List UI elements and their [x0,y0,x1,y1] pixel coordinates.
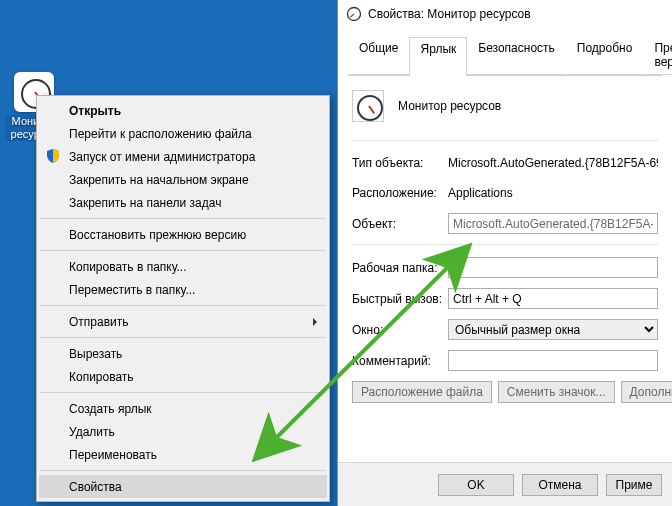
advanced-button[interactable]: Дополнительно [621,381,672,403]
menu-pin-start[interactable]: Закрепить на начальном экране [39,168,327,191]
ok-button[interactable]: OK [438,474,514,496]
label-window: Окно: [352,323,448,337]
comment-field[interactable] [448,350,658,371]
menu-run-as-admin[interactable]: Запуск от имени администратора [39,145,327,168]
menu-open-location[interactable]: Перейти к расположению файла [39,122,327,145]
menu-separator [40,250,326,251]
value-object-type: Microsoft.AutoGenerated.{78B12F5A-699E-B… [448,156,658,170]
tab-shortcut[interactable]: Ярлык [409,37,467,76]
file-location-button[interactable]: Расположение файла [352,381,492,403]
menu-pin-taskbar[interactable]: Закрепить на панели задач [39,191,327,214]
divider [352,140,658,141]
cancel-button[interactable]: Отмена [522,474,598,496]
tab-general[interactable]: Общие [348,36,409,75]
menu-copy[interactable]: Копировать [39,365,327,388]
shortcut-name: Монитор ресурсов [398,99,501,113]
tab-details[interactable]: Подробно [566,36,644,75]
target-field[interactable] [448,213,658,234]
menu-separator [40,470,326,471]
divider [352,244,658,245]
menu-properties[interactable]: Свойства [39,475,327,498]
context-menu: Открыть Перейти к расположению файла Зап… [36,95,330,502]
tab-strip: Общие Ярлык Безопасность Подробно Предыд… [348,36,662,76]
menu-copy-to[interactable]: Копировать в папку... [39,255,327,278]
menu-cut[interactable]: Вырезать [39,342,327,365]
menu-rename[interactable]: Переименовать [39,443,327,466]
label-object-type: Тип объекта: [352,156,448,170]
label-location: Расположение: [352,186,448,200]
menu-create-shortcut[interactable]: Создать ярлык [39,397,327,420]
tab-security[interactable]: Безопасность [467,36,566,75]
label-workdir: Рабочая папка: [352,261,448,275]
label-comment: Комментарий: [352,354,448,368]
menu-delete[interactable]: Удалить [39,420,327,443]
label-target: Объект: [352,217,448,231]
apply-button[interactable]: Приме [606,474,662,496]
menu-separator [40,218,326,219]
menu-open[interactable]: Открыть [39,99,327,122]
hotkey-field[interactable] [448,288,658,309]
window-title: Свойства: Монитор ресурсов [368,7,531,21]
dialog-footer: OK Отмена Приме [338,462,672,506]
menu-restore-previous[interactable]: Восстановить прежнюю версию [39,223,327,246]
window-mode-select[interactable]: Обычный размер окна [448,319,658,340]
gauge-icon [346,6,362,22]
menu-move-to[interactable]: Переместить в папку... [39,278,327,301]
shield-icon [45,148,61,164]
menu-send-to[interactable]: Отправить [39,310,327,333]
label-hotkey: Быстрый вызов: [352,292,448,306]
properties-window: Свойства: Монитор ресурсов Общие Ярлык Б… [337,0,672,506]
value-location: Applications [448,186,513,200]
gauge-icon [352,90,384,122]
menu-separator [40,337,326,338]
titlebar[interactable]: Свойства: Монитор ресурсов [338,0,672,28]
menu-separator [40,392,326,393]
menu-separator [40,305,326,306]
workdir-field[interactable] [448,257,658,278]
change-icon-button[interactable]: Сменить значок... [498,381,615,403]
tab-previous[interactable]: Предыдущие вер [643,36,672,75]
